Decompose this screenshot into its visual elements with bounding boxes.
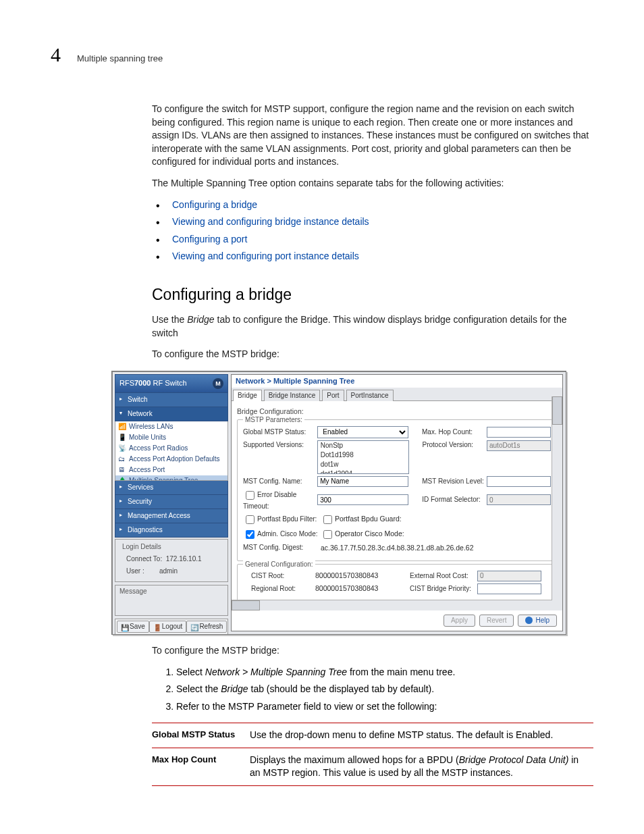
table-row: Global MSTP Status Use the drop-down men… (152, 723, 593, 748)
label-regional-root: Regional Root: (251, 584, 315, 594)
tab-port-instance[interactable]: PortInstance (346, 390, 394, 401)
tab-bridge-instance[interactable]: Bridge Instance (264, 390, 321, 401)
disk-icon: 💾 (121, 623, 128, 630)
message-panel: Message (115, 585, 228, 616)
nav-network[interactable]: Network (115, 407, 228, 421)
label-mst-config-name: MST Config. Name: (243, 477, 317, 486)
tree-item-access-port-radios[interactable]: 📡Access Port Radios (115, 443, 227, 454)
label-portfast-guard: Portfast Bpdu Guard: (321, 513, 415, 526)
portfast-guard-checkbox[interactable] (323, 515, 332, 524)
label-mst-digest: MST Config. Digest: (243, 543, 321, 552)
label-id-format: ID Format Selector: (422, 495, 487, 504)
app-header: RFS7000 RF Switch M (115, 374, 228, 393)
max-hop-input[interactable] (487, 427, 551, 438)
section-p1: Use the Bridge tab to configure the Brid… (152, 313, 593, 340)
cist-bridge-priority-input[interactable] (477, 583, 541, 594)
admin-cisco-checkbox[interactable] (246, 530, 254, 539)
save-button[interactable]: 💾Save (117, 621, 149, 633)
tab-bridge[interactable]: Bridge (233, 390, 262, 401)
error-disable-checkbox[interactable] (246, 491, 254, 500)
antenna-icon: 📡 (118, 444, 126, 451)
mst-revision-input[interactable] (487, 476, 551, 487)
label-global-status: Global MSTP Status: (243, 427, 317, 437)
vertical-scrollbar[interactable] (552, 396, 562, 610)
app-title: RFS7000 RF Switch (119, 378, 187, 388)
app-right-pane: Network > Multiple Spanning Tree Bridge … (231, 374, 563, 631)
label-error-disable: Error Disable Timeout: (243, 489, 317, 511)
app-window: RFS7000 RF Switch M Switch Network 📶Wire… (111, 371, 566, 635)
after-image-p1: To configure the MSTP bridge: (152, 644, 593, 658)
nav-switch[interactable]: Switch (115, 393, 228, 407)
logout-button[interactable]: 🚪Logout (149, 621, 187, 633)
mst-config-name-input[interactable] (317, 476, 408, 487)
link-configuring-bridge[interactable]: Configuring a bridge (172, 199, 257, 210)
param-desc: Displays the maximum allowed hops for a … (250, 748, 593, 785)
tab-port[interactable]: Port (322, 390, 344, 401)
message-title: Message (115, 585, 227, 598)
tree-item-wireless-lans[interactable]: 📶Wireless LANs (115, 421, 227, 432)
mstp-parameters-fieldset: MSTP Parameters: Global MSTP Status: Ena… (237, 419, 557, 561)
label-cist-bridge-priority: CIST Bridge Priority: (410, 584, 477, 594)
tree-icon: 🖥 (118, 465, 126, 473)
tree-icon: 🌲 (118, 476, 126, 481)
help-icon (525, 617, 533, 624)
link-bridge-instance[interactable]: Viewing and configuring bridge instance … (172, 216, 369, 227)
nav-diagnostics[interactable]: Diagnostics (115, 523, 228, 538)
breadcrumb: Network > Multiple Spanning Tree (232, 375, 562, 388)
horizontal-scrollbar[interactable] (232, 600, 552, 610)
chapter-title: Multiple spanning tree (77, 53, 163, 65)
section-heading: Configuring a bridge (152, 284, 593, 305)
global-status-select[interactable]: Enabled (317, 426, 408, 438)
param-desc: Use the drop-down menu to define MSTP st… (250, 723, 593, 748)
tree-item-adoption-defaults[interactable]: 🗂Access Port Adoption Defaults (115, 454, 227, 465)
app-left-pane: RFS7000 RF Switch M Switch Network 📶Wire… (115, 374, 228, 630)
regional-root-value: 8000001570380843 (315, 583, 396, 594)
label-mst-revision: MST Revision Level: (422, 477, 487, 486)
tree-icon: 📱 (118, 433, 126, 440)
login-details-panel: Login Details Connect To: 172.16.10.1 Us… (115, 539, 228, 582)
param-name: Max Hop Count (152, 748, 250, 785)
left-button-row: 💾Save 🚪Logout 🔄Refresh (115, 619, 228, 635)
link-port-instance[interactable]: Viewing and configuring port instance de… (172, 251, 359, 261)
apply-button[interactable]: Apply (444, 615, 475, 627)
error-disable-input[interactable] (317, 494, 408, 505)
nav-services[interactable]: Services (115, 481, 228, 495)
nav-tree[interactable]: 📶Wireless LANs 📱Mobile Units 📡Access Por… (115, 421, 228, 481)
motorola-logo-icon: M (213, 378, 223, 389)
tree-icon: 🗂 (118, 454, 126, 462)
general-configuration-fieldset: General Configuration: CIST Root: 800000… (237, 564, 557, 602)
label-supported-versions: Supported Versions: (243, 440, 317, 450)
protocol-version-field (487, 440, 551, 451)
tree-icon: 📶 (118, 422, 126, 429)
list-item: Viewing and configuring port instance de… (152, 250, 593, 263)
refresh-button[interactable]: 🔄Refresh (186, 621, 227, 633)
list-item: Configuring a bridge (152, 199, 593, 212)
nav-security[interactable]: Security (115, 495, 228, 509)
link-configuring-port[interactable]: Configuring a port (172, 234, 247, 244)
activities-list: Configuring a bridge Viewing and configu… (152, 199, 593, 263)
oper-cisco-checkbox[interactable] (323, 530, 332, 539)
tree-item-mobile-units[interactable]: 📱Mobile Units (115, 432, 227, 443)
parameter-table: Global MSTP Status Use the drop-down men… (152, 723, 593, 786)
nav-management[interactable]: Management Access (115, 509, 228, 523)
help-button[interactable]: Help (518, 615, 557, 627)
label-oper-cisco: Operator Cisco Mode: (321, 528, 429, 541)
step-2: Select the Bridge tab (should be the dis… (176, 683, 593, 696)
steps-list: Select Network > Multiple Spanning Tree … (152, 666, 593, 714)
label-portfast-filter: Portfast Bpdu Filter: (243, 513, 321, 526)
intro-paragraph-2: The Multiple Spanning Tree option contai… (152, 177, 593, 190)
label-admin-cisco: Admin. Cisco Mode: (243, 528, 321, 541)
id-format-field (487, 494, 551, 505)
tree-item-access-port[interactable]: 🖥Access Port (115, 465, 227, 475)
step-3: Refer to the MSTP Parameter field to vie… (176, 700, 593, 714)
supported-versions-list[interactable]: NonStp Dot1d1998 dot1w dot1d2004 (317, 440, 409, 474)
refresh-icon: 🔄 (190, 623, 197, 630)
intro-paragraph-1: To configure the switch for MSTP support… (152, 103, 593, 169)
login-title: Login Details (119, 542, 223, 552)
tree-item-mst[interactable]: 🌲Multiple Spanning Tree (115, 475, 227, 481)
revert-button[interactable]: Revert (479, 615, 514, 627)
external-root-cost-field (477, 571, 541, 581)
list-item: Configuring a port (152, 233, 593, 246)
portfast-filter-checkbox[interactable] (246, 515, 254, 524)
label-external-root-cost: External Root Cost: (410, 571, 477, 581)
